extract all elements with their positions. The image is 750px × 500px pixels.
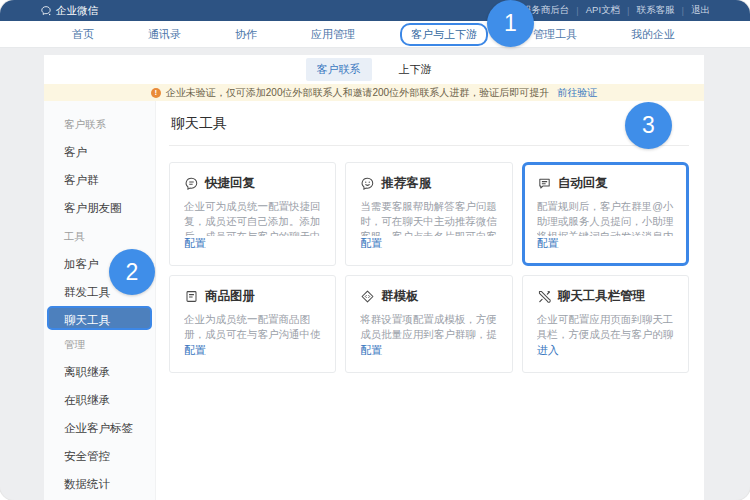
top-header-bar: 企业微信 服务商后台 | API文档 | 联系客服 | 退出 — [0, 0, 750, 21]
sidebar-item-customers[interactable]: 客户 — [44, 138, 155, 166]
card-header: 群模板 — [360, 288, 497, 305]
page-title: 聊天工具 — [169, 113, 689, 146]
tab-upstream-downstream[interactable]: 上下游 — [388, 58, 443, 81]
warning-text: 企业未验证，仅可添加200位外部联系人和邀请200位外部联系人进群，验证后即可提… — [166, 86, 549, 100]
recommend-service-icon — [360, 176, 375, 191]
nav-item-customers-upstream-downstream[interactable]: 客户与上下游 — [400, 23, 488, 46]
card-chat-toolbar-management: 聊天工具栏管理 企业可配置应用页面到聊天工具栏，方便成员在与客户的聊天中查看和使… — [522, 275, 689, 373]
app-logo-text: 企业微信 — [56, 4, 98, 18]
api-docs-link[interactable]: API文档 — [586, 4, 620, 17]
app-window: 企业微信 服务商后台 | API文档 | 联系客服 | 退出 首页 通讯录 协作… — [0, 0, 750, 500]
product-album-icon — [184, 289, 199, 304]
main-panel: 聊天工具 快捷回复 企业可为成员统一配置快捷回复，成员还可自己添加。添加后，成员… — [156, 101, 704, 500]
sidebar-item-security-control[interactable]: 安全管控 — [44, 442, 155, 470]
configure-link[interactable]: 配置 — [184, 343, 321, 358]
main-nav: 首页 通讯录 协作 应用管理 客户与上下游 管理工具 我的企业 — [0, 21, 750, 48]
card-quick-reply: 快捷回复 企业可为成员统一配置快捷回复，成员还可自己添加。添加后，成员可在与客户… — [169, 162, 336, 266]
sidebar-item-active-inheritance[interactable]: 在职继承 — [44, 386, 155, 414]
divider: | — [627, 5, 629, 16]
configure-link[interactable]: 配置 — [184, 236, 321, 251]
divider: | — [576, 5, 578, 16]
wechat-work-bubble-icon — [40, 5, 52, 17]
chat-toolbar-icon — [537, 289, 552, 304]
tab-customer-contact[interactable]: 客户联系 — [306, 58, 372, 81]
content-columns: 客户联系 客户 客户群 客户朋友圈 工具 加客户 群发工具 聊天工具 管理 离职… — [44, 101, 704, 500]
nav-item-my-company[interactable]: 我的企业 — [631, 27, 675, 42]
configure-link[interactable]: 配置 — [360, 343, 497, 358]
group-template-icon — [360, 289, 375, 304]
card-auto-reply: 自动回复 配置规则后，客户在群里@小助理或服务人员提问，小助理将根据关键词自动发… — [522, 162, 689, 266]
sidebar-section-tools: 工具 — [44, 222, 155, 250]
sidebar-item-customer-moments[interactable]: 客户朋友圈 — [44, 194, 155, 222]
card-description: 企业为成员统一配置商品图册，成员可在与客户沟通中使用。 — [184, 312, 321, 343]
card-header: 商品图册 — [184, 288, 321, 305]
logout-link[interactable]: 退出 — [691, 4, 710, 17]
sidebar-item-resigned-inheritance[interactable]: 离职继承 — [44, 358, 155, 386]
card-description: 企业可为成员统一配置快捷回复，成员还可自己添加。添加后，成员可在与客户的聊天中使… — [184, 199, 321, 236]
sidebar-section-customer-contact: 客户联系 — [44, 110, 155, 138]
card-header: 快捷回复 — [184, 175, 321, 192]
card-description: 将群设置项配置成模板，方便成员批量应用到客户群聊，提高服务效率。 — [360, 312, 497, 343]
configure-link[interactable]: 配置 — [360, 236, 497, 251]
feature-cards-grid: 快捷回复 企业可为成员统一配置快捷回复，成员还可自己添加。添加后，成员可在与客户… — [169, 162, 689, 373]
card-recommend-service: 推荐客服 当需要客服帮助解答客户问题时，可在聊天中主动推荐微信客服。客户点击名片… — [345, 162, 512, 266]
verification-warning-bar: ! 企业未验证，仅可添加200位外部联系人和邀请200位外部联系人进群，验证后即… — [44, 84, 704, 101]
card-title: 商品图册 — [205, 288, 255, 305]
card-description: 企业可配置应用页面到聊天工具栏，方便成员在与客户的聊天中查看和使用，提高服务效率… — [537, 312, 674, 343]
callout-badge-2: 2 — [109, 249, 155, 295]
configure-link[interactable]: 配置 — [537, 236, 674, 251]
nav-item-home[interactable]: 首页 — [72, 27, 94, 42]
go-verify-link[interactable]: 前往验证 — [557, 86, 597, 100]
divider: | — [682, 5, 684, 16]
app-logo[interactable]: 企业微信 — [40, 4, 98, 18]
nav-item-collaboration[interactable]: 协作 — [235, 27, 257, 42]
nav-item-admin-tools[interactable]: 管理工具 — [533, 27, 577, 42]
card-title: 群模板 — [381, 288, 419, 305]
sidebar-section-management: 管理 — [44, 330, 155, 358]
alert-icon: ! — [151, 88, 161, 98]
sub-tab-bar: 客户联系 上下游 — [44, 55, 704, 84]
nav-item-contacts[interactable]: 通讯录 — [148, 27, 181, 42]
sidebar-item-customer-groups[interactable]: 客户群 — [44, 166, 155, 194]
card-title: 自动回复 — [558, 175, 608, 192]
card-description: 配置规则后，客户在群里@小助理或服务人员提问，小助理将根据关键词自动发送消息内容… — [537, 199, 674, 236]
card-header: 自动回复 — [537, 175, 674, 192]
card-header: 推荐客服 — [360, 175, 497, 192]
header-links: 服务商后台 | API文档 | 联系客服 | 退出 — [522, 4, 710, 17]
sidebar-item-data-statistics[interactable]: 数据统计 — [44, 470, 155, 498]
auto-reply-icon — [537, 176, 552, 191]
nav-item-app-management[interactable]: 应用管理 — [311, 27, 355, 42]
contact-support-link[interactable]: 联系客服 — [637, 4, 675, 17]
callout-badge-1: 1 — [487, 0, 534, 47]
card-product-album: 商品图册 企业为成员统一配置商品图册，成员可在与客户沟通中使用。 配置 — [169, 275, 336, 373]
sidebar-item-customer-tags[interactable]: 企业客户标签 — [44, 414, 155, 442]
callout-badge-3: 3 — [625, 102, 672, 149]
card-header: 聊天工具栏管理 — [537, 288, 674, 305]
card-title: 推荐客服 — [381, 175, 431, 192]
quick-reply-icon — [184, 176, 199, 191]
sidebar: 客户联系 客户 客户群 客户朋友圈 工具 加客户 群发工具 聊天工具 管理 离职… — [44, 101, 156, 500]
sidebar-item-chat-tools[interactable]: 聊天工具 — [47, 306, 152, 330]
card-group-template: 群模板 将群设置项配置成模板，方便成员批量应用到客户群聊，提高服务效率。 配置 — [345, 275, 512, 373]
enter-link[interactable]: 进入 — [537, 343, 674, 358]
card-description: 当需要客服帮助解答客户问题时，可在聊天中主动推荐微信客服。客户点击名片即可向客服… — [360, 199, 497, 236]
card-title: 快捷回复 — [205, 175, 255, 192]
card-title: 聊天工具栏管理 — [558, 288, 646, 305]
